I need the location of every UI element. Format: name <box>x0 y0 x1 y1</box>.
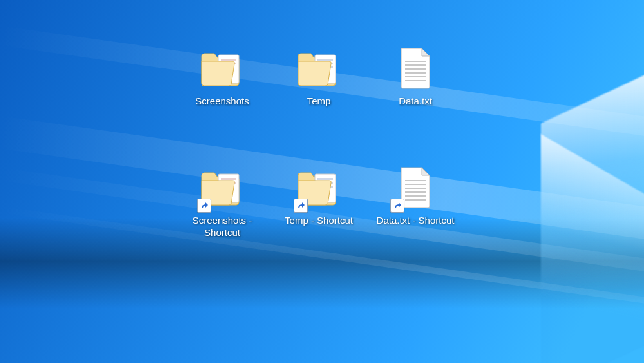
desktop-item-label: Temp - Shortcut <box>285 215 353 227</box>
desktop-item-screenshots[interactable]: Screenshots <box>174 45 270 135</box>
desktop-item-temp[interactable]: Temp <box>270 45 367 135</box>
svg-rect-5 <box>317 59 333 61</box>
text-file-icon <box>390 45 441 92</box>
folder-icon <box>196 164 248 211</box>
svg-rect-19 <box>317 178 333 180</box>
desktop-item-label: Data.txt - Shortcut <box>377 215 455 227</box>
folder-icon <box>293 45 345 92</box>
desktop-item-data-txt-shortcut[interactable]: Data.txt - Shortcut <box>367 164 464 268</box>
desktop-item-temp-shortcut[interactable]: Temp - Shortcut <box>270 164 367 268</box>
svg-rect-1 <box>221 59 236 61</box>
folder-icon <box>293 164 345 211</box>
shortcut-arrow-icon <box>294 199 308 213</box>
shortcut-arrow-icon <box>197 199 211 213</box>
shortcut-arrow-icon <box>390 199 404 213</box>
desktop-item-label: Screenshots <box>195 95 249 108</box>
desktop-item-label: Screenshots - Shortcut <box>174 215 270 239</box>
svg-rect-15 <box>221 178 236 180</box>
desktop-item-label: Data.txt <box>399 95 432 108</box>
folder-icon <box>196 45 248 92</box>
desktop-item-data-txt[interactable]: Data.txt <box>367 45 464 135</box>
desktop-item-label: Temp <box>307 95 331 108</box>
desktop[interactable]: Screenshots Temp <box>0 0 644 363</box>
desktop-icon-grid: Screenshots Temp <box>174 45 464 268</box>
desktop-item-screenshots-shortcut[interactable]: Screenshots - Shortcut <box>174 164 270 268</box>
text-file-icon <box>390 164 441 211</box>
